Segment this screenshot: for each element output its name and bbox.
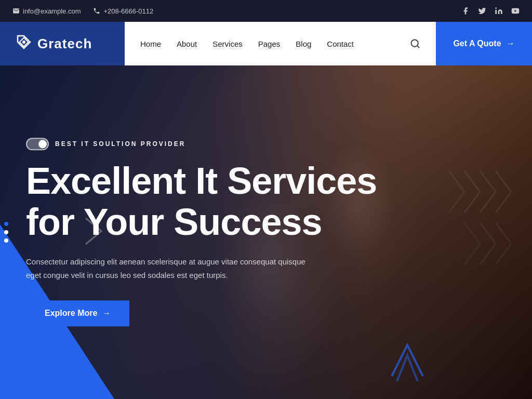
logo-text: Gratech	[37, 36, 92, 52]
nav-about[interactable]: About	[177, 39, 197, 48]
youtube-icon	[511, 7, 520, 15]
hero-deco-chevrons	[407, 166, 511, 298]
svg-point-0	[495, 7, 497, 9]
nav-home[interactable]: Home	[140, 39, 161, 48]
linkedin-link[interactable]	[495, 7, 503, 15]
cta-label: Get A Quote	[453, 39, 501, 48]
logo-icon	[16, 34, 32, 54]
facebook-icon	[461, 7, 470, 15]
search-button[interactable]	[410, 38, 420, 49]
hero-badge: BEST IT SOULTION PROVIDER	[26, 138, 377, 150]
slide-dot-1[interactable]	[4, 222, 8, 226]
hero-title-line1: Excellent It Services	[26, 160, 377, 202]
svg-point-2	[22, 41, 25, 44]
toggle-icon	[26, 138, 49, 150]
email-icon	[12, 7, 20, 15]
top-bar: info@example.com +208-6666-0112	[0, 0, 532, 22]
main-nav: Home About Services Pages Blog Contact	[125, 38, 436, 49]
youtube-link[interactable]	[511, 7, 520, 15]
nav-contact[interactable]: Contact	[327, 39, 354, 48]
nav-pages[interactable]: Pages	[258, 39, 281, 48]
logo-area: Gratech	[0, 22, 125, 65]
slide-indicators	[4, 222, 8, 243]
twitter-link[interactable]	[478, 7, 486, 15]
slide-dot-3[interactable]	[4, 238, 8, 243]
explore-label: Explore More	[45, 309, 97, 318]
phone-text: +208-6666-0112	[103, 7, 153, 15]
hero-content: BEST IT SOULTION PROVIDER Excellent It S…	[26, 138, 377, 326]
email-contact[interactable]: info@example.com	[12, 7, 81, 15]
nav-blog[interactable]: Blog	[296, 39, 311, 48]
phone-icon	[93, 7, 100, 15]
nav-services[interactable]: Services	[212, 39, 243, 48]
slide-dot-2[interactable]	[4, 230, 8, 234]
email-text: info@example.com	[23, 7, 81, 15]
explore-button[interactable]: Explore More →	[26, 301, 129, 327]
twitter-icon	[478, 7, 486, 15]
hero-arrow-decoration	[387, 340, 428, 383]
hero-badge-text: BEST IT SOULTION PROVIDER	[55, 140, 185, 148]
search-icon	[410, 38, 420, 49]
svg-line-4	[417, 46, 419, 48]
explore-arrow-icon: →	[102, 309, 111, 318]
phone-contact[interactable]: +208-6666-0112	[93, 7, 153, 15]
top-bar-contacts: info@example.com +208-6666-0112	[12, 7, 153, 15]
facebook-link[interactable]	[461, 7, 470, 15]
hero-title-line2: for Your Success	[26, 202, 322, 243]
social-links	[461, 7, 520, 15]
cta-arrow-icon: →	[507, 39, 515, 48]
hero-title: Excellent It Services for Your Success	[26, 161, 377, 243]
linkedin-icon	[495, 7, 503, 15]
get-quote-button[interactable]: Get A Quote →	[436, 22, 532, 65]
hero-section: BEST IT SOULTION PROVIDER Excellent It S…	[0, 65, 532, 399]
header: Gratech Home About Services Pages Blog C…	[0, 22, 532, 65]
hero-description: Consectetur adipiscing elit aenean scele…	[26, 256, 307, 282]
